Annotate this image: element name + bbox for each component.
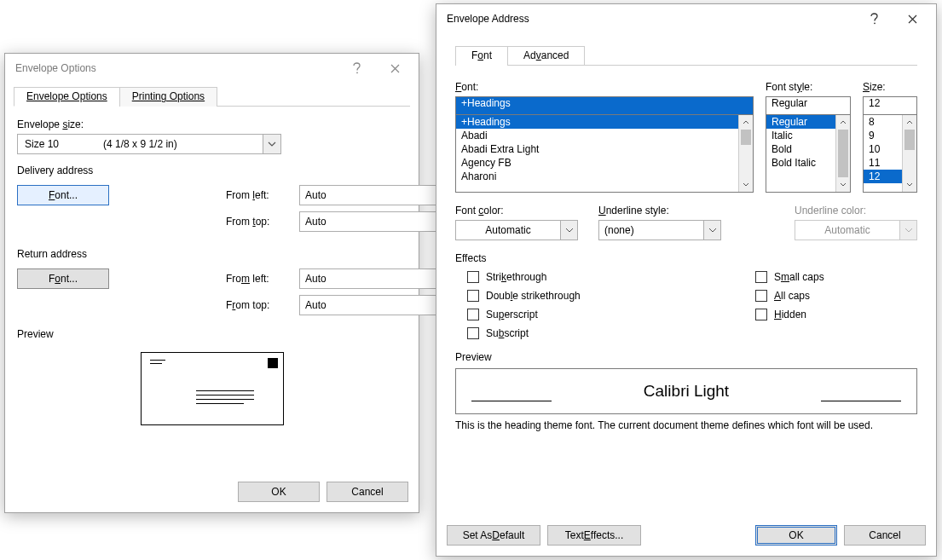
scrollbar[interactable]: [902, 115, 916, 192]
ok-button[interactable]: OK: [755, 525, 837, 546]
preview-note: This is the heading theme font. The curr…: [455, 419, 917, 431]
checkbox-small-caps[interactable]: Small caps: [755, 271, 917, 283]
font-preview-box: Calibri Light: [455, 368, 917, 414]
titlebar: Envelope Options: [5, 54, 419, 83]
font-style-label: Font style:: [766, 81, 851, 93]
delivery-from-left[interactable]: [299, 185, 398, 205]
checkbox-strikethrough[interactable]: Strikethrough: [467, 271, 755, 283]
list-item[interactable]: Abadi: [456, 129, 753, 142]
delivery-address-label: Delivery address: [17, 165, 93, 176]
delivery-font-button[interactable]: Font...: [17, 185, 109, 205]
scroll-up-icon: [739, 115, 753, 130]
checkbox-all-caps[interactable]: All caps: [755, 290, 917, 302]
tab-printing-options[interactable]: Printing Options: [119, 87, 217, 107]
scroll-down-icon: [739, 177, 753, 192]
envelope-preview: [141, 352, 284, 425]
tab-strip: Font Advanced: [455, 42, 917, 66]
from-left-label: From left:: [226, 189, 299, 201]
font-size-input[interactable]: 12: [863, 96, 917, 115]
chevron-down-icon: [560, 221, 577, 240]
cancel-button[interactable]: Cancel: [844, 525, 926, 546]
underline-style-dropdown[interactable]: (none): [598, 220, 721, 240]
dialog-title: Envelope Address: [447, 13, 856, 25]
list-item[interactable]: Abadi Extra Light: [456, 142, 753, 156]
chevron-down-icon: [703, 221, 720, 240]
text-effects-button[interactable]: Text Effects...: [547, 525, 641, 546]
effects-label: Effects: [455, 252, 917, 264]
checkbox-double-strikethrough[interactable]: Double strikethrough: [467, 290, 755, 302]
font-size-list[interactable]: 8 9 10 11 12: [863, 114, 917, 193]
svg-point-1: [874, 22, 876, 24]
envelope-size-label: Envelope size:: [17, 118, 407, 130]
delivery-from-top[interactable]: [299, 211, 398, 232]
envelope-address-dialog: Envelope Address Font Advanced Font: +He…: [436, 3, 937, 557]
font-size-label: Size:: [863, 81, 917, 93]
underline-color-dropdown: Automatic: [795, 220, 917, 240]
titlebar: Envelope Address: [436, 4, 936, 33]
dialog-title: Envelope Options: [15, 62, 338, 74]
from-top-label: From top:: [226, 216, 299, 228]
set-default-button[interactable]: Set As Default: [447, 525, 540, 546]
underline-color-label: Underline color:: [795, 205, 917, 216]
checkbox-subscript[interactable]: Subscript: [467, 327, 755, 339]
envelope-size-combo[interactable]: Size 10(4 1/8 x 9 1/2 in): [17, 134, 281, 154]
font-style-input[interactable]: Regular: [766, 96, 851, 115]
font-name-input[interactable]: +Headings: [455, 96, 754, 115]
tab-font[interactable]: Font: [455, 46, 508, 66]
close-button[interactable]: [376, 56, 413, 80]
envelope-options-dialog: Envelope Options Envelope Options Printi…: [4, 53, 419, 513]
tab-advanced[interactable]: Advanced: [507, 46, 585, 66]
list-item[interactable]: +Headings: [456, 115, 753, 129]
return-from-top[interactable]: [299, 295, 398, 315]
return-address-label: Return address: [17, 248, 87, 260]
chevron-down-icon: [899, 221, 916, 240]
preview-label: Preview: [17, 328, 407, 340]
preview-label: Preview: [455, 351, 917, 363]
underline-style-label: Underline style:: [598, 205, 721, 216]
scrollbar[interactable]: [835, 115, 850, 192]
tab-strip: Envelope Options Printing Options: [14, 86, 410, 107]
font-label: Font:: [455, 81, 754, 93]
return-from-left[interactable]: [299, 268, 398, 289]
font-style-list[interactable]: Regular Italic Bold Bold Italic: [766, 114, 851, 193]
font-color-label: Font color:: [455, 205, 578, 216]
list-item[interactable]: Aharoni: [456, 170, 753, 183]
close-button[interactable]: [893, 7, 931, 31]
stamp-icon: [268, 358, 278, 368]
cancel-button[interactable]: Cancel: [327, 482, 408, 502]
list-item[interactable]: Agency FB: [456, 156, 753, 170]
svg-point-0: [356, 72, 358, 73]
preview-sample: Calibri Light: [644, 382, 729, 401]
help-button[interactable]: [856, 7, 893, 31]
return-font-button[interactable]: Font...: [17, 268, 109, 289]
scrollbar[interactable]: [738, 115, 753, 192]
font-name-list[interactable]: +Headings Abadi Abadi Extra Light Agency…: [455, 114, 754, 193]
checkbox-superscript[interactable]: Superscript: [467, 309, 755, 320]
font-color-dropdown[interactable]: Automatic: [455, 220, 578, 240]
chevron-down-icon: [263, 135, 280, 153]
help-button[interactable]: [338, 56, 376, 80]
ok-button[interactable]: OK: [238, 482, 320, 502]
checkbox-hidden[interactable]: Hidden: [755, 309, 917, 320]
tab-envelope-options[interactable]: Envelope Options: [14, 87, 120, 107]
